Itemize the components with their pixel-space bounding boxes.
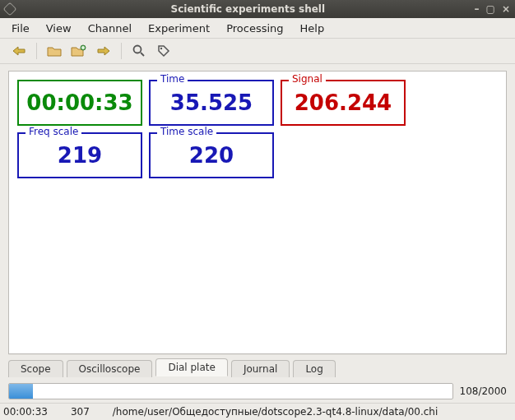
tab-bar: Scope Oscilloscope Dial plate Journal Lo… [8,354,507,376]
main-area: 00:00:33 Time 35.525 Signal 206.244 Freq… [0,64,515,380]
dial-time-scale: Time scale 220 [149,132,274,178]
back-arrow-icon [12,45,26,57]
tab-journal[interactable]: Journal [231,360,290,377]
maximize-button[interactable]: ▢ [486,3,495,15]
statusbar: 00:00:33 307 /home/user/Общедоступные/do… [0,403,515,420]
status-count: 307 [71,406,90,418]
dial-time-scale-value: 220 [189,143,234,168]
toolbar-separator [36,43,37,59]
tab-dial-plate[interactable]: Dial plate [155,358,227,376]
menu-help[interactable]: Help [295,21,333,36]
progress-bar[interactable] [8,383,453,399]
content-frame: 00:00:33 Time 35.525 Signal 206.244 Freq… [8,71,507,354]
svg-point-3 [160,48,162,49]
toolbar [0,39,515,64]
window-body: File View Channel Experiment Processing … [0,18,515,420]
tag-icon [157,44,170,58]
window-title: Scientific experiments shell [21,3,475,15]
tab-scope[interactable]: Scope [8,360,63,377]
zoom-button[interactable] [128,41,150,61]
progress-row: 108/2000 [0,380,515,403]
menu-experiment[interactable]: Experiment [143,21,218,36]
tab-oscilloscope[interactable]: Oscilloscope [67,360,153,377]
dial-time-label: Time [157,73,188,85]
menubar: File View Channel Experiment Processing … [0,18,515,39]
app-icon [3,2,17,16]
open-button[interactable] [44,41,65,61]
content-blank-space [17,178,498,347]
dial-time: Time 35.525 [149,80,274,126]
svg-line-2 [141,53,144,56]
dial-freq-scale: Freq scale 219 [17,132,142,178]
progress-fill [9,384,33,399]
dial-time-value: 35.525 [170,90,253,115]
menu-file[interactable]: File [7,21,38,36]
open-add-icon [71,44,87,58]
status-timestamp: 00:00:33 [3,406,48,418]
open-folder-icon [47,45,62,57]
toolbar-separator [121,43,122,59]
tab-log[interactable]: Log [293,360,335,377]
window-titlebar: Scientific experiments shell – ▢ × [0,0,515,18]
forward-button[interactable] [93,41,114,61]
dial-plate-grid: 00:00:33 Time 35.525 Signal 206.244 Freq… [17,80,498,178]
close-button[interactable]: × [502,3,510,15]
dial-freq-scale-value: 219 [58,143,102,168]
dial-time-scale-label: Time scale [157,126,216,137]
progress-label: 108/2000 [460,385,508,397]
open-add-button[interactable] [68,41,90,61]
minimize-button[interactable]: – [475,3,480,15]
dial-signal-value: 206.244 [295,90,392,115]
dial-clock: 00:00:33 [17,80,142,126]
dial-freq-scale-label: Freq scale [26,126,81,137]
dial-clock-value: 00:00:33 [26,90,132,115]
forward-arrow-icon [96,45,111,57]
menu-view[interactable]: View [41,21,80,36]
zoom-icon [132,44,146,58]
back-button[interactable] [8,41,30,61]
menu-channel[interactable]: Channel [83,21,140,36]
status-path: /home/user/Общедоступные/dotscope2.3-qt4… [113,406,512,418]
dial-signal: Signal 206.244 [281,80,406,126]
svg-point-1 [134,46,142,53]
tag-button[interactable] [153,41,174,61]
dial-signal-label: Signal [289,73,326,85]
menu-processing[interactable]: Processing [221,21,291,36]
